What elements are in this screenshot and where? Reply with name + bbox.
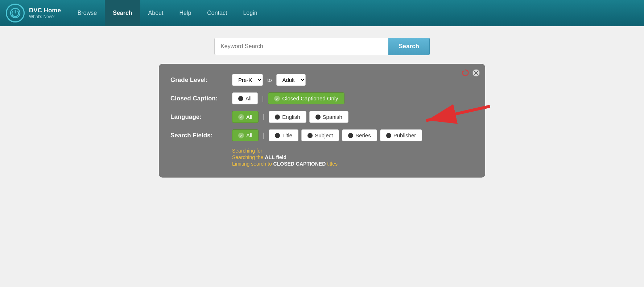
grade-level-row: Grade Level: Pre-K K 1234 5678 9101112 t… xyxy=(170,74,474,86)
status-line-2: Searching the ALL field xyxy=(232,154,474,160)
sf-series-dot xyxy=(348,133,353,138)
search-fields-row: Search Fields: ✓ All | Title Subject Se xyxy=(170,129,474,141)
nav-link-login[interactable]: Login xyxy=(235,0,265,26)
sf-title-dot xyxy=(275,133,280,138)
close-button[interactable] xyxy=(472,69,480,77)
lang-all-btn[interactable]: ✓ All xyxy=(232,111,259,123)
search-fields-label: Search Fields: xyxy=(170,132,232,139)
sf-title-btn[interactable]: Title xyxy=(269,129,298,141)
nav-link-help[interactable]: Help xyxy=(171,0,199,26)
closed-caption-label: Closed Caption: xyxy=(170,95,232,102)
lang-english-dot xyxy=(275,115,280,120)
main-content: Search Grade Level: xyxy=(104,26,540,185)
grade-to-label: to xyxy=(267,77,272,83)
status-line3-highlight: CLOSED CAPTIONED xyxy=(273,161,326,167)
nav-home-subtitle: What's New? xyxy=(29,14,61,19)
search-bar-row: Search xyxy=(112,38,532,55)
cc-captioned-label: Closed Captioned Only xyxy=(282,95,338,101)
language-label: Language: xyxy=(170,113,232,121)
lang-spanish-label: Spanish xyxy=(323,114,342,120)
sf-publisher-label: Publisher xyxy=(393,132,416,138)
sf-subject-label: Subject xyxy=(315,132,333,138)
status-line3-prefix: Limiting search to xyxy=(232,161,273,167)
closed-caption-row: Closed Caption: All | ✓ Closed Captioned… xyxy=(170,92,474,104)
nav-home-title: DVC Home xyxy=(29,7,61,14)
lang-all-label: All xyxy=(246,114,252,120)
sf-separator: | xyxy=(263,132,265,139)
status-section: Searching for Searching the ALL field Li… xyxy=(170,148,474,167)
sf-series-label: Series xyxy=(355,132,371,138)
status-line2-highlight: ALL field xyxy=(265,154,286,160)
sf-publisher-dot xyxy=(386,133,391,138)
nav-link-contact[interactable]: Contact xyxy=(199,0,235,26)
grade-level-label: Grade Level: xyxy=(170,76,232,84)
cc-check-icon: ✓ xyxy=(274,96,280,101)
cc-captioned-btn[interactable]: ✓ Closed Captioned Only xyxy=(268,92,344,104)
sf-publisher-btn[interactable]: Publisher xyxy=(380,129,422,141)
nav-links: Browse Search About Help Contact Login xyxy=(70,0,265,26)
grade-level-controls: Pre-K K 1234 5678 9101112 to Adult 12111… xyxy=(232,74,306,86)
language-controls: ✓ All | English Spanish xyxy=(232,111,348,123)
cc-all-dot xyxy=(238,96,243,101)
svg-marker-1 xyxy=(463,70,465,72)
sf-subject-dot xyxy=(307,133,313,138)
filter-panel: Grade Level: Pre-K K 1234 5678 9101112 t… xyxy=(159,64,485,178)
cc-separator: | xyxy=(262,95,264,102)
search-button[interactable]: Search xyxy=(388,38,430,55)
sf-series-btn[interactable]: Series xyxy=(342,129,377,141)
status-line3-suffix: titles xyxy=(326,161,338,167)
status-line-1: Searching for xyxy=(232,148,474,154)
sf-subject-btn[interactable]: Subject xyxy=(301,129,339,141)
lang-separator: | xyxy=(263,113,265,121)
sf-all-label: All xyxy=(246,132,252,138)
nav-link-browse[interactable]: Browse xyxy=(70,0,105,26)
status-line2-prefix: Searching the xyxy=(232,154,265,160)
nav-home[interactable]: DVC Home What's New? xyxy=(29,7,61,19)
cc-all-btn[interactable]: All xyxy=(232,92,258,104)
language-row: Language: ✓ All | English Spanish xyxy=(170,111,474,123)
closed-caption-controls: All | ✓ Closed Captioned Only xyxy=(232,92,344,104)
keyword-search-input[interactable] xyxy=(214,38,388,55)
dvc-logo[interactable] xyxy=(6,4,25,22)
sf-all-btn[interactable]: ✓ All xyxy=(232,129,259,141)
nav-bar: DVC Home What's New? Browse Search About… xyxy=(0,0,644,26)
cc-all-label: All xyxy=(245,95,252,101)
lang-english-label: English xyxy=(282,114,300,120)
nav-link-search[interactable]: Search xyxy=(105,0,140,26)
lang-spanish-btn[interactable]: Spanish xyxy=(309,111,348,123)
search-fields-controls: ✓ All | Title Subject Series xyxy=(232,129,422,141)
lang-all-check: ✓ xyxy=(238,114,244,120)
lang-english-btn[interactable]: English xyxy=(269,111,306,123)
grade-from-select[interactable]: Pre-K K 1234 5678 9101112 xyxy=(232,74,263,86)
status-line-3: Limiting search to CLOSED CAPTIONED titl… xyxy=(232,161,474,167)
nav-link-about[interactable]: About xyxy=(140,0,172,26)
reset-button[interactable] xyxy=(461,69,469,77)
sf-all-check: ✓ xyxy=(238,133,244,138)
grade-to-select[interactable]: Adult 1211109 8765 4321K xyxy=(276,74,306,86)
filter-reset-close xyxy=(461,69,480,77)
lang-spanish-dot xyxy=(315,115,321,120)
sf-title-label: Title xyxy=(282,132,292,138)
